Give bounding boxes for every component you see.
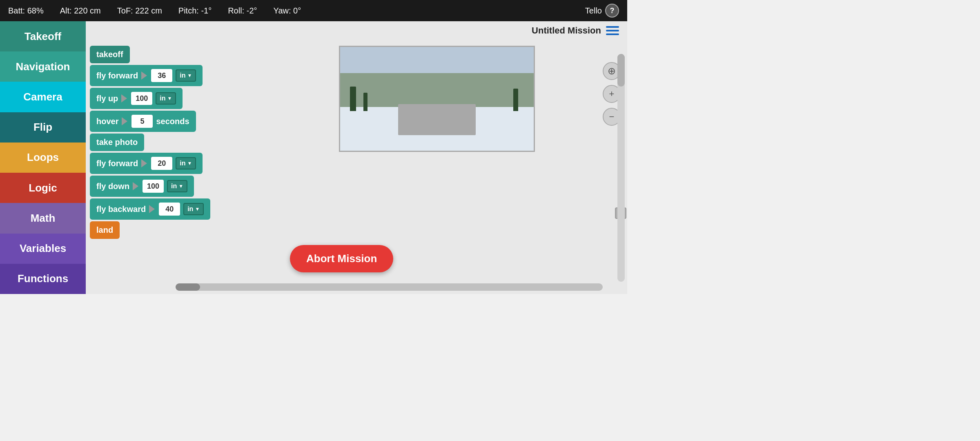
fly-down-dropdown-arrow: ▼ bbox=[178, 183, 183, 189]
sidebar-item-math[interactable]: Math bbox=[0, 203, 86, 233]
sidebar-label-camera: Camera bbox=[23, 91, 62, 103]
fly-down-unit-label: in bbox=[171, 183, 177, 190]
sidebar-label-loops: Loops bbox=[27, 151, 59, 164]
camera-scene bbox=[340, 47, 534, 151]
sidebar-label-takeoff: Takeoff bbox=[24, 30, 62, 43]
fly-forward-2-value[interactable] bbox=[151, 157, 172, 170]
fly-forward-1-unit-dropdown[interactable]: in ▼ bbox=[176, 69, 196, 82]
sidebar-item-logic[interactable]: Logic bbox=[0, 173, 86, 203]
hamburger-line-2 bbox=[606, 30, 619, 31]
sidebar-item-takeoff[interactable]: Takeoff bbox=[0, 21, 86, 51]
tree-1 bbox=[350, 87, 356, 111]
block-row-hover: hover seconds bbox=[90, 111, 327, 132]
block-takeoff-label: takeoff bbox=[96, 50, 123, 59]
vertical-scrollbar[interactable] bbox=[617, 54, 625, 282]
roll-status: Roll: -2° bbox=[228, 6, 257, 16]
block-row-fly-up: fly up in ▼ bbox=[90, 88, 327, 109]
fly-backward-dropdown-arrow: ▼ bbox=[195, 206, 200, 212]
sidebar-item-functions[interactable]: Functions bbox=[0, 264, 86, 294]
block-fly-forward-2[interactable]: fly forward in ▼ bbox=[90, 153, 203, 174]
fly-down-value[interactable] bbox=[143, 180, 164, 193]
sidebar-item-navigation[interactable]: Navigation bbox=[0, 51, 86, 82]
block-take-photo[interactable]: take photo bbox=[90, 134, 144, 151]
camera-feed bbox=[339, 46, 535, 152]
fly-forward-2-unit-dropdown[interactable]: in ▼ bbox=[176, 157, 196, 169]
crosshair-icon: ⊕ bbox=[608, 65, 616, 77]
mission-title: Untitled Mission bbox=[532, 25, 601, 36]
block-fly-forward-2-label: fly forward bbox=[96, 159, 138, 168]
block-fly-up[interactable]: fly up in ▼ bbox=[90, 88, 183, 109]
block-fly-down-label: fly down bbox=[96, 182, 129, 191]
mission-title-bar: Untitled Mission bbox=[532, 25, 619, 36]
connector-1 bbox=[141, 71, 147, 80]
fly-forward-2-unit-label: in bbox=[180, 160, 185, 167]
fly-forward-1-dropdown-arrow: ▼ bbox=[187, 73, 192, 78]
fly-up-value[interactable] bbox=[131, 92, 152, 105]
block-row-take-photo: take photo bbox=[90, 134, 327, 151]
connector-4 bbox=[141, 159, 147, 167]
road-layer bbox=[398, 104, 476, 135]
fly-backward-unit-dropdown[interactable]: in ▼ bbox=[183, 203, 204, 215]
sidebar-item-variables[interactable]: Variables bbox=[0, 234, 86, 264]
tree-3 bbox=[513, 89, 518, 111]
block-row-takeoff: takeoff bbox=[90, 46, 327, 63]
zoom-out-icon: − bbox=[609, 111, 615, 122]
fly-forward-1-unit-label: in bbox=[180, 72, 185, 79]
status-bar: Batt: 68% Alt: 220 cm ToF: 222 cm Pitch:… bbox=[0, 0, 627, 21]
fly-up-unit-dropdown[interactable]: in ▼ bbox=[156, 92, 176, 105]
hamburger-line-3 bbox=[606, 33, 619, 35]
sidebar-label-functions: Functions bbox=[18, 272, 68, 285]
block-takeoff[interactable]: takeoff bbox=[90, 46, 130, 63]
sidebar-item-flip[interactable]: Flip bbox=[0, 112, 86, 143]
sidebar-label-navigation: Navigation bbox=[16, 60, 70, 73]
block-fly-backward-label: fly backward bbox=[96, 205, 146, 214]
horizontal-scrollbar[interactable] bbox=[176, 283, 603, 291]
block-fly-down[interactable]: fly down in ▼ bbox=[90, 176, 194, 197]
fly-down-unit-dropdown[interactable]: in ▼ bbox=[167, 180, 187, 192]
block-row-land: land bbox=[90, 221, 327, 239]
sidebar-label-logic: Logic bbox=[29, 182, 57, 194]
block-row-fly-down: fly down in ▼ bbox=[90, 176, 327, 197]
block-row-fly-backward: fly backward in ▼ bbox=[90, 198, 327, 220]
connector-5 bbox=[133, 182, 138, 190]
help-icon[interactable]: ? bbox=[605, 4, 619, 18]
scrollbar-thumb[interactable] bbox=[176, 283, 200, 291]
block-hover-label: hover bbox=[96, 117, 118, 126]
block-fly-up-label: fly up bbox=[96, 94, 118, 103]
yaw-status: Yaw: 0° bbox=[274, 6, 301, 16]
hover-suffix: seconds bbox=[156, 117, 189, 126]
block-canvas: takeoff fly forward in ▼ fly up bbox=[90, 46, 327, 241]
block-fly-forward-1-label: fly forward bbox=[96, 71, 138, 80]
vscrollbar-thumb[interactable] bbox=[617, 54, 625, 87]
hover-value[interactable] bbox=[131, 115, 153, 128]
fly-backward-value[interactable] bbox=[159, 203, 180, 216]
hamburger-menu-button[interactable] bbox=[606, 26, 619, 35]
connector-6 bbox=[149, 205, 155, 213]
pitch-status: Pitch: -1° bbox=[178, 6, 212, 16]
fly-backward-unit-label: in bbox=[187, 205, 193, 213]
sidebar-label-math: Math bbox=[31, 212, 56, 225]
block-row-fly-forward-2: fly forward in ▼ bbox=[90, 153, 327, 174]
drone-name-label: Tello bbox=[585, 6, 602, 16]
sidebar-label-flip: Flip bbox=[33, 121, 52, 134]
zoom-in-icon: + bbox=[609, 89, 615, 99]
fly-up-dropdown-arrow: ▼ bbox=[167, 96, 172, 101]
connector-3 bbox=[122, 117, 127, 125]
block-fly-forward-1[interactable]: fly forward in ▼ bbox=[90, 65, 203, 86]
sidebar: Takeoff Navigation Camera Flip Loops Log… bbox=[0, 21, 86, 294]
block-row-fly-forward-1: fly forward in ▼ bbox=[90, 65, 327, 86]
sidebar-item-camera[interactable]: Camera bbox=[0, 82, 86, 112]
block-land[interactable]: land bbox=[90, 221, 120, 239]
fly-forward-1-value[interactable] bbox=[151, 69, 172, 82]
fly-up-unit-label: in bbox=[160, 95, 165, 102]
sidebar-label-variables: Variables bbox=[20, 242, 66, 255]
block-hover[interactable]: hover seconds bbox=[90, 111, 196, 132]
sidebar-item-loops[interactable]: Loops bbox=[0, 143, 86, 173]
block-fly-backward[interactable]: fly backward in ▼ bbox=[90, 198, 210, 220]
altitude-status: Alt: 220 cm bbox=[60, 6, 101, 16]
tree-2 bbox=[363, 93, 368, 111]
abort-mission-button[interactable]: Abort Mission bbox=[290, 245, 393, 272]
fly-forward-2-dropdown-arrow: ▼ bbox=[187, 160, 192, 166]
main-canvas: Untitled Mission takeoff fly forward in … bbox=[86, 21, 627, 294]
tof-status: ToF: 222 cm bbox=[117, 6, 162, 16]
